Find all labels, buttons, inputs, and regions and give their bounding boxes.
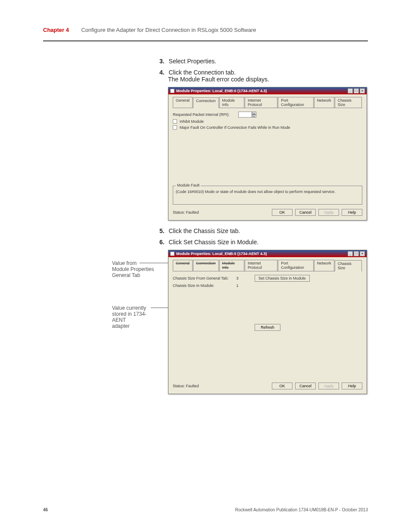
tab-network[interactable]: Network bbox=[314, 97, 334, 108]
dialog-body: General Connection Module Info Internet … bbox=[168, 94, 367, 220]
status-value: Faulted bbox=[186, 384, 199, 388]
status-label: Status: bbox=[173, 384, 185, 388]
step-5-text: Click the Chassis Size tab. bbox=[169, 227, 240, 234]
set-chassis-size-button[interactable]: Set Chassis Size in Module bbox=[255, 275, 310, 282]
chassis-from-general-row: Chassis Size From General Tab: 3 Set Cha… bbox=[173, 275, 362, 282]
minimize-icon[interactable]: _ bbox=[348, 88, 353, 93]
apply-button[interactable]: Apply bbox=[318, 383, 339, 389]
step-4-text: Click the Connection tab. bbox=[169, 69, 236, 76]
module-fault-legend: Module Fault bbox=[176, 183, 201, 187]
step-4-num: 4. bbox=[159, 69, 165, 76]
step-6-text: Click Set Chassis Size in Module. bbox=[169, 239, 259, 246]
rpi-input[interactable] bbox=[238, 112, 252, 118]
dialog-title-bar[interactable]: Module Properties: Local_ENB:0 (1734-AEN… bbox=[168, 250, 367, 257]
status-text: Status: Faulted bbox=[173, 384, 199, 388]
page-header: Chapter 4 Configure the Adapter for Dire… bbox=[43, 26, 368, 41]
page-number: 46 bbox=[43, 507, 48, 512]
majorfault-checkbox[interactable] bbox=[173, 125, 177, 130]
dialog-app-icon bbox=[170, 89, 174, 93]
tab-connection[interactable]: Connection bbox=[193, 260, 219, 271]
rpi-spinner[interactable]: ▲▼ bbox=[252, 112, 256, 118]
step-3: 3. Select Properties. bbox=[159, 58, 368, 65]
tab-chassis-size[interactable]: Chassis Size bbox=[335, 260, 362, 271]
callout1-line1: Value from bbox=[112, 260, 164, 266]
status-value: Faulted bbox=[186, 210, 199, 215]
callout2-line2: stored in 1734- bbox=[112, 311, 164, 317]
step-5-num: 5. bbox=[159, 227, 165, 234]
majorfault-label: Major Fault On Controller If Connection … bbox=[180, 125, 290, 130]
chassis-module-label: Chassis Size In Module: bbox=[173, 283, 233, 288]
cancel-button[interactable]: Cancel bbox=[295, 209, 316, 216]
maximize-icon[interactable]: □ bbox=[354, 88, 359, 93]
chassis-in-module-row: Chassis Size In Module: 1 bbox=[173, 283, 362, 288]
chapter-title: Configure the Adapter for Direct Connect… bbox=[81, 27, 256, 33]
tab-chassis-size[interactable]: Chassis Size bbox=[335, 97, 362, 108]
step-3-text: Select Properties. bbox=[169, 58, 217, 65]
tab-general[interactable]: General bbox=[173, 97, 193, 108]
inhibit-row: Inhibit Module bbox=[173, 119, 362, 124]
tab-internet-protocol[interactable]: Internet Protocol bbox=[245, 97, 277, 108]
chassis-module-value: 1 bbox=[233, 283, 242, 288]
dialog-title-text: Module Properties: Local_ENB:0 (1734-AEN… bbox=[176, 89, 267, 93]
ok-button[interactable]: OK bbox=[272, 209, 293, 216]
callout1-leader bbox=[140, 263, 168, 263]
callout2-leader bbox=[151, 308, 168, 308]
page-footer: 46 Rockwell Automation Publication 1734-… bbox=[43, 507, 368, 512]
tab-general[interactable]: General bbox=[173, 260, 193, 271]
window-controls: _ □ × bbox=[348, 88, 365, 93]
minimize-icon[interactable]: _ bbox=[348, 251, 353, 256]
tab-module-info[interactable]: Module Info bbox=[219, 260, 244, 271]
step-3-num: 3. bbox=[159, 58, 165, 65]
refresh-button[interactable]: Refresh bbox=[255, 324, 280, 331]
callout-value-in-adapter: Value currently stored in 1734- AENT ada… bbox=[112, 305, 164, 329]
step-4: 4. Click the Connection tab. bbox=[159, 69, 368, 76]
chapter-number: Chapter 4 bbox=[43, 27, 69, 33]
close-icon[interactable]: × bbox=[360, 88, 365, 93]
help-button[interactable]: Help bbox=[342, 383, 362, 389]
rpi-row: Requested Packet Interval (RPI): ▲▼ bbox=[173, 112, 362, 118]
step-4-sub: The Module Fault error code displays. bbox=[168, 76, 368, 83]
chassis-general-label: Chassis Size From General Tab: bbox=[173, 276, 233, 280]
module-properties-dialog-connection: Module Properties: Local_ENB:0 (1734-AEN… bbox=[168, 87, 367, 221]
tab-port-configuration[interactable]: Port Configuration bbox=[278, 97, 314, 108]
ok-button[interactable]: OK bbox=[272, 383, 293, 389]
tab-module-info[interactable]: Module Info bbox=[219, 97, 244, 108]
cancel-button[interactable]: Cancel bbox=[295, 383, 316, 389]
callout1-line3: General Tab bbox=[112, 272, 164, 278]
inhibit-checkbox[interactable] bbox=[173, 119, 177, 124]
module-fault-message: (Code 16#0010) Mode or state of module d… bbox=[176, 190, 359, 194]
tab-network[interactable]: Network bbox=[314, 260, 334, 271]
callout2-line3: AENT bbox=[112, 317, 164, 323]
status-label: Status: bbox=[173, 210, 185, 215]
tab-port-configuration[interactable]: Port Configuration bbox=[278, 260, 314, 271]
tabs-row: General Connection Module Info Internet … bbox=[173, 97, 362, 108]
rpi-label: Requested Packet Interval (RPI): bbox=[173, 112, 230, 117]
page-content: 3. Select Properties. 4. Click the Conne… bbox=[43, 56, 368, 394]
majorfault-row: Major Fault On Controller If Connection … bbox=[173, 125, 362, 130]
step-6: 6. Click Set Chassis Size in Module. bbox=[159, 239, 368, 246]
close-icon[interactable]: × bbox=[360, 251, 365, 256]
step-5: 5. Click the Chassis Size tab. bbox=[159, 227, 368, 234]
publication-info: Rockwell Automation Publication 1734-UM0… bbox=[235, 507, 368, 512]
tab-internet-protocol[interactable]: Internet Protocol bbox=[245, 260, 277, 271]
inhibit-label: Inhibit Module bbox=[180, 119, 204, 124]
dialog-app-icon bbox=[170, 252, 174, 256]
tab-connection[interactable]: Connection bbox=[193, 97, 219, 108]
module-properties-dialog-chassis: Module Properties: Local_ENB:0 (1734-AEN… bbox=[168, 250, 367, 394]
apply-button[interactable]: Apply bbox=[318, 209, 339, 216]
maximize-icon[interactable]: □ bbox=[354, 251, 359, 256]
callout1-line2: Module Properties bbox=[112, 266, 164, 272]
step-6-num: 6. bbox=[159, 239, 165, 246]
help-button[interactable]: Help bbox=[342, 209, 362, 216]
dialog-button-row: Status: Faulted OK Cancel Apply Help bbox=[173, 209, 362, 216]
dialog-title-text: Module Properties: Local_ENB:0 (1734-AEN… bbox=[176, 252, 267, 256]
dialog-title-bar[interactable]: Module Properties: Local_ENB:0 (1734-AEN… bbox=[168, 87, 367, 94]
chassis-general-value: 3 bbox=[233, 276, 242, 280]
module-fault-groupbox: Module Fault (Code 16#0010) Mode or stat… bbox=[173, 186, 362, 205]
dialog-button-row: Status: Faulted OK Cancel Apply Help bbox=[173, 383, 362, 389]
callout2-line4: adapter bbox=[112, 323, 164, 329]
tabs-row: General Connection Module Info Internet … bbox=[173, 260, 362, 271]
dialog-body: General Connection Module Info Internet … bbox=[168, 257, 367, 394]
callout2-line1: Value currently bbox=[112, 305, 164, 311]
status-text: Status: Faulted bbox=[173, 210, 199, 215]
